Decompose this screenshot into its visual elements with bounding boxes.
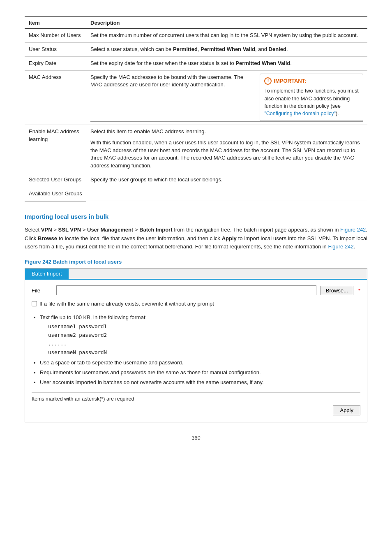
batch-import-figure: Batch Import File Browse...* If a file w… <box>25 268 367 422</box>
file-input[interactable] <box>56 285 316 295</box>
note-1: Text file up to 100 KB, in the following… <box>40 313 360 357</box>
notes-section: Text file up to 100 KB, in the following… <box>32 313 360 387</box>
row-desc-user-status: Select a user status, which can be Permi… <box>86 42 367 56</box>
row-desc-enable-mac: Select this item to enable MAC address l… <box>86 125 367 173</box>
table-row: Selected User Groups Specify the user gr… <box>25 173 367 187</box>
table-header-item: Item <box>25 17 86 29</box>
table-row: User Status Select a user status, which … <box>25 42 367 56</box>
important-label: IMPORTANT: <box>274 77 306 85</box>
row-item-enable-mac: Enable MAC address learning <box>25 125 86 173</box>
row-item-mac-address: MAC Address <box>25 70 86 125</box>
code-block: username1 password1 username2 password2 … <box>48 322 360 357</box>
row-desc-user-groups: Specify the user groups to which the loc… <box>86 173 367 201</box>
code-line-4: usernameN passwordN <box>48 348 360 357</box>
browse-button[interactable]: Browse... <box>321 286 353 295</box>
important-link[interactable]: "Configuring the domain policy" <box>264 111 336 116</box>
important-icon: ! <box>264 77 272 85</box>
figure-242-link-2[interactable]: Figure 242 <box>328 243 353 250</box>
row-desc-mac-address: Specify the MAC addresses to be bound wi… <box>86 70 367 125</box>
apply-button[interactable]: Apply <box>333 405 360 415</box>
row-desc-expiry-date: Set the expiry date for the user when th… <box>86 56 367 70</box>
table-row: MAC Address Specify the MAC addresses to… <box>25 70 367 125</box>
tab-row: Batch Import <box>25 269 367 279</box>
main-table: Item Description Max Number of Users Set… <box>25 16 367 202</box>
row-desc-max-users: Set the maximum number of concurrent use… <box>86 29 367 43</box>
note-2: Use a space or tab to seperate the usern… <box>40 359 360 367</box>
note-3: Requirements for usernames and passwords… <box>40 368 360 377</box>
table-row: Max Number of Users Set the maximum numb… <box>25 29 367 43</box>
table-header-description: Description <box>86 17 367 29</box>
code-line-3: ...... <box>48 339 360 348</box>
page-number: 360 <box>25 435 367 441</box>
apply-row: Apply <box>32 405 360 415</box>
row-item-expiry-date: Expiry Date <box>25 56 86 70</box>
batch-import-body: File Browse...* If a file with the same … <box>25 279 367 422</box>
figure-caption: Figure 242 Batch import of local users <box>25 259 367 265</box>
required-note: Items marked with an asterisk(*) are req… <box>32 392 360 402</box>
row-item-available-groups: Available User Groups <box>25 187 86 201</box>
important-header: ! IMPORTANT: <box>264 77 359 85</box>
batch-import-tab[interactable]: Batch Import <box>25 269 69 279</box>
table-row: Expiry Date Set the expiry date for the … <box>25 56 367 70</box>
section-body: Select VPN > SSL VPN > User Management >… <box>25 226 367 251</box>
row-item-selected-groups: Selected User Groups <box>25 173 86 187</box>
section-heading: Importing local users in bulk <box>25 213 367 220</box>
note-4: User accounts imported in batches do not… <box>40 378 360 387</box>
table-row: Enable MAC address learning Select this … <box>25 125 367 173</box>
code-line-1: username1 password1 <box>48 322 360 331</box>
file-label: File <box>32 287 52 294</box>
important-text: To implement the two functions, you must… <box>264 88 358 116</box>
code-line-2: username2 password2 <box>48 331 360 339</box>
figure-242-link-1[interactable]: Figure 242 <box>340 227 366 233</box>
checkbox-label: If a file with the same name already exi… <box>39 300 214 308</box>
required-star: * <box>358 287 360 294</box>
row-item-user-status: User Status <box>25 42 86 56</box>
row-item-max-users: Max Number of Users <box>25 29 86 43</box>
checkbox-row: If a file with the same name already exi… <box>32 300 360 308</box>
file-row: File Browse...* <box>32 285 360 295</box>
overwrite-checkbox[interactable] <box>32 301 37 306</box>
important-box: ! IMPORTANT: To implement the two functi… <box>260 74 363 121</box>
